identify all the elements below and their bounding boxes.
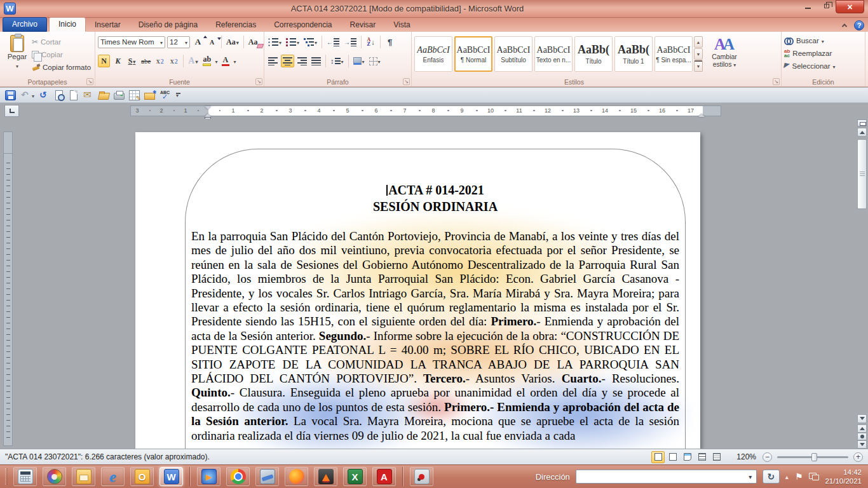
taskbar-chrome[interactable] — [226, 467, 250, 486]
style-normal[interactable]: AaBbCcI¶ Normal — [454, 36, 492, 72]
character-count-status[interactable]: "ACTA 014 23072021": 6.266 caracteres (v… — [5, 452, 651, 461]
tab-inicio[interactable]: Inicio — [49, 17, 86, 32]
vertical-ruler[interactable] — [3, 132, 13, 446]
font-color-dropdown-icon[interactable] — [233, 57, 236, 65]
taskbar-firefox[interactable] — [285, 467, 308, 486]
styles-scroll-down-button[interactable]: ▼ — [694, 48, 703, 60]
underline-button[interactable]: S — [126, 55, 138, 67]
taskbar-clock[interactable]: 14:42 21/10/2021 — [825, 468, 862, 485]
print-button[interactable] — [114, 90, 125, 100]
zoom-out-button[interactable]: − — [763, 452, 772, 462]
style-t-tulo-1[interactable]: AaBb(Título 1 — [614, 36, 653, 72]
highlight-button[interactable]: ab — [201, 55, 213, 67]
right-indent-marker[interactable] — [698, 111, 705, 117]
taskbar-file-explorer[interactable] — [72, 467, 95, 486]
redo-button[interactable] — [39, 90, 50, 100]
line-spacing-button[interactable] — [329, 55, 345, 67]
tab-archivo[interactable]: Archivo — [3, 17, 47, 32]
help-button[interactable] — [854, 20, 864, 30]
taskbar-word[interactable]: W — [159, 467, 183, 486]
folder-star-button[interactable] — [144, 90, 155, 100]
shading-button[interactable] — [352, 55, 366, 67]
show-hidden-icons-button[interactable] — [785, 473, 789, 480]
vertical-scrollbar[interactable] — [857, 119, 867, 449]
align-left-button[interactable] — [267, 55, 279, 67]
taskbar-media-player[interactable]: ▶ — [197, 467, 220, 486]
outline-view-button[interactable] — [695, 451, 709, 463]
action-center-icon[interactable] — [795, 471, 803, 482]
tab-selector-button[interactable] — [4, 105, 19, 117]
network-icon[interactable] — [809, 473, 819, 480]
zoom-level-label[interactable]: 120% — [729, 452, 756, 461]
tab-insertar[interactable]: Insertar — [86, 18, 130, 32]
more-button[interactable] — [175, 90, 182, 100]
word-app-icon[interactable]: W — [4, 3, 16, 15]
tab-dise-o-de-p-gina[interactable]: Diseño de página — [130, 18, 207, 32]
grow-font-button[interactable]: A — [192, 36, 204, 48]
change-styles-button[interactable]: AA Cambiar estilos — [704, 34, 745, 69]
increase-indent-button[interactable]: → — [342, 36, 358, 48]
split-view-button[interactable] — [857, 119, 867, 126]
format-painter-button[interactable]: Copiar formato — [32, 62, 91, 72]
superscript-button[interactable]: x2 — [168, 55, 180, 67]
bullets-button[interactable] — [267, 36, 283, 48]
scroll-up-button[interactable] — [857, 128, 867, 137]
address-input[interactable] — [576, 470, 757, 484]
taskbar-shredder[interactable] — [314, 467, 337, 486]
highlight-dropdown-icon[interactable] — [215, 57, 217, 65]
change-case-button[interactable]: Aa — [225, 36, 240, 48]
clear-formatting-button[interactable]: Aa — [247, 36, 259, 48]
tab-vista[interactable]: Vista — [384, 18, 419, 32]
taskbar-outlook[interactable]: O — [130, 467, 154, 486]
font-name-select[interactable]: Times New Rom — [98, 36, 165, 48]
find-button[interactable]: Buscar — [784, 35, 862, 46]
web-layout-view-button[interactable] — [681, 451, 694, 463]
scrollbar-thumb[interactable] — [857, 139, 867, 209]
restore-button[interactable] — [817, 0, 836, 12]
replace-button[interactable]: abacReemplazar — [784, 48, 862, 58]
cut-button[interactable]: Cortar — [32, 36, 91, 47]
styles-gallery-more-button[interactable]: ▼ — [694, 60, 703, 72]
zoom-slider-thumb[interactable] — [811, 453, 817, 461]
italic-button[interactable]: K — [112, 55, 124, 67]
strikethrough-button[interactable]: abe — [140, 55, 152, 67]
zoom-in-button[interactable]: + — [853, 452, 863, 462]
align-right-button[interactable] — [296, 55, 308, 67]
style-nfasis[interactable]: AaBbCcIÉnfasis — [414, 36, 452, 72]
font-size-select[interactable]: 12 — [167, 36, 190, 48]
style-subt-tulo[interactable]: AaBbCcISubtítulo — [494, 36, 532, 72]
open-folder-button[interactable] — [98, 90, 109, 100]
save-button[interactable] — [5, 90, 16, 100]
scroll-down-button[interactable] — [857, 414, 867, 423]
document-text[interactable]: ACTA # 014-2021 SESIÓN ORDINARIA En la p… — [191, 182, 679, 443]
tab-correspondencia[interactable]: Correspondencia — [265, 18, 341, 32]
new-document-button[interactable] — [69, 90, 79, 101]
paste-button[interactable]: Pegar — [3, 34, 32, 77]
zoom-slider[interactable] — [777, 456, 848, 458]
sort-button[interactable]: AZ — [365, 36, 377, 48]
style-texto-en-n[interactable]: AaBbCcITexto en n... — [534, 36, 573, 72]
draft-view-button[interactable] — [710, 451, 723, 463]
hanging-indent-marker[interactable] — [205, 111, 211, 117]
envelope-button[interactable] — [83, 90, 94, 100]
font-color-button[interactable]: A — [219, 55, 231, 67]
text-effects-button[interactable]: A — [187, 55, 199, 67]
show-paragraph-marks-button[interactable]: ¶ — [384, 36, 396, 48]
print-preview-button[interactable] — [54, 90, 64, 101]
select-button[interactable]: Seleccionar — [784, 60, 862, 71]
style-sin-espa[interactable]: AaBbCcI¶ Sin espa... — [654, 36, 693, 72]
toolbar-drag-handle[interactable] — [5, 468, 8, 485]
address-go-button[interactable] — [763, 470, 780, 484]
taskbar-calculator[interactable] — [13, 467, 37, 486]
horizontal-ruler[interactable]: 3211234567891011121314151617 — [130, 105, 721, 116]
decrease-indent-button[interactable]: ← — [325, 36, 341, 48]
document-page[interactable]: ACTA # 014-2021 SESIÓN ORDINARIA En la p… — [135, 132, 700, 449]
minimize-ribbon-button[interactable] — [840, 21, 849, 30]
styles-scroll-up-button[interactable]: ▲ — [694, 36, 703, 48]
next-page-button[interactable] — [857, 440, 867, 449]
multilevel-list-button[interactable] — [302, 36, 318, 48]
address-dropdown-icon[interactable] — [745, 472, 756, 481]
subscript-button[interactable]: x2 — [154, 55, 166, 67]
bold-button[interactable]: N — [98, 55, 110, 67]
style-t-tulo[interactable]: AaBb(Título — [574, 36, 613, 72]
